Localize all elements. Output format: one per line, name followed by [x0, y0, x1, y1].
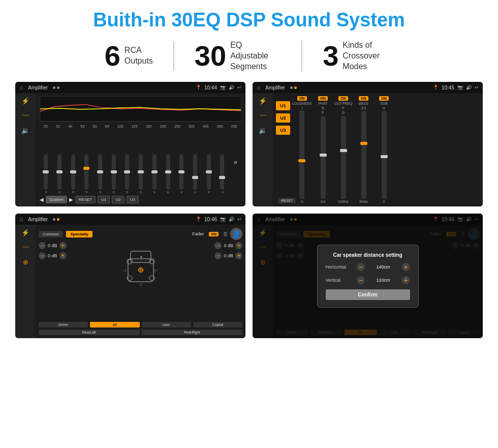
user-btn-3[interactable]: User [142, 322, 191, 327]
pin-icon-1: 📍 [196, 85, 201, 90]
fader-screen: ⌂ Amplifier 📍 10:46 📷 🔊 ↩ ⚡ 〰 ⊕ [15, 214, 245, 338]
home-icon-3[interactable]: ⌂ [19, 216, 23, 223]
loudness-slider[interactable] [299, 110, 304, 199]
sub-on[interactable]: ON [379, 96, 389, 101]
horizontal-plus[interactable]: + [402, 263, 410, 271]
next-arrow[interactable]: ▶ [69, 197, 73, 202]
db-minus-4[interactable]: − [214, 252, 222, 259]
speaker-icon-1[interactable]: 🔉 [21, 127, 29, 134]
u2-button[interactable]: U2 [276, 113, 290, 123]
eq-sliders-row: 0 0 0 5 [40, 130, 241, 194]
pin-icon-2: 📍 [433, 85, 439, 90]
svg-text:▽: ▽ [139, 283, 143, 287]
loudness-label: LOUDNESS [292, 102, 312, 105]
loudness-scale: 0 [301, 200, 303, 203]
u3-btn[interactable]: U3 [127, 196, 139, 203]
speaker-icon-2[interactable]: 🔉 [259, 127, 267, 134]
all-btn-3[interactable]: All [90, 322, 139, 327]
db-minus-2[interactable]: − [39, 252, 46, 259]
slider-col-3: 0 [71, 154, 75, 194]
channel-phat: ON PHAT GF 3.0 [314, 96, 332, 203]
tab-common-3[interactable]: Common [39, 231, 63, 237]
channel-bass: ON BASS 3.0 90Hz [355, 96, 373, 203]
vertical-plus[interactable]: + [402, 276, 410, 284]
vertical-minus[interactable]: − [357, 276, 365, 284]
screen-body-3: ⚡ 〰 ⊕ Common Specialty Fader ON ||| 👤 [15, 225, 245, 338]
wave-icon-2[interactable]: 〰 [260, 112, 266, 120]
driver-btn-3[interactable]: Driver [39, 322, 88, 327]
eq-icon-2[interactable]: ⚡ [259, 97, 267, 105]
more-icon[interactable]: » [234, 159, 237, 166]
screen-title-2: Amplifier [265, 85, 285, 91]
sub-slider[interactable] [382, 111, 387, 199]
horizontal-minus[interactable]: − [357, 263, 365, 271]
left-sidebar-2: ⚡ 〰 🔉 [253, 93, 273, 206]
fader-right-3: − 0 dB + − 0 dB + [168, 242, 243, 320]
reset-button-amp[interactable]: RESET [278, 198, 296, 203]
eq-screen: ⌂ Amplifier 📍 10:44 📷 🔊 ↩ ⚡ 〰 🔉 [15, 82, 245, 206]
slider-col-8: 0 [139, 154, 143, 194]
dialog-box: Car speaker distance setting Horizontal … [317, 245, 419, 308]
back-icon-2[interactable]: ↩ [475, 85, 479, 90]
dialog-row-horizontal: Horizontal − 140cm + [326, 263, 410, 271]
home-icon-1[interactable]: ⌂ [19, 84, 23, 91]
phat-label: PHAT [318, 102, 327, 105]
u-buttons: U1 U2 U3 [276, 96, 290, 203]
home-icon-2[interactable]: ⌂ [257, 84, 260, 91]
db-minus-1[interactable]: − [39, 242, 46, 249]
db-plus-4[interactable]: + [235, 252, 242, 259]
svg-text:◁: ◁ [123, 268, 127, 273]
amp-screen: ⌂ Amplifier 📍 10:45 📷 🔊 ↩ ⚡ 〰 🔉 [253, 82, 483, 206]
u1-button[interactable]: U1 [276, 101, 290, 110]
cutfreq-slider[interactable] [341, 116, 346, 199]
sub-label: SUB [380, 102, 387, 105]
car-diagram-3: ▲ ▽ ◁ ▷ [118, 242, 164, 293]
profile-icon-3[interactable]: 👤 [230, 228, 242, 240]
custom-btn[interactable]: Custom [46, 196, 67, 203]
expand-icon-3[interactable]: ⊕ [23, 258, 28, 266]
db-plus-2[interactable]: + [59, 252, 67, 259]
svg-text:▷: ▷ [154, 268, 158, 273]
eq-icon-3[interactable]: ⚡ [21, 229, 29, 236]
eq-icon-1[interactable]: ⚡ [21, 97, 29, 105]
rearright-btn-3[interactable]: RearRight [142, 330, 243, 335]
tab-specialty-3[interactable]: Specialty [66, 231, 92, 237]
confirm-button[interactable]: Confirm [326, 289, 410, 300]
phat-slider[interactable] [321, 116, 326, 199]
fader-on-3[interactable]: ON [209, 232, 219, 236]
db-plus-3[interactable]: + [235, 242, 242, 249]
fader-bars: ||| [224, 231, 227, 236]
db-plus-1[interactable]: + [59, 242, 67, 249]
prev-arrow[interactable]: ◀ [40, 197, 44, 202]
vertical-value: 110cm [367, 278, 400, 283]
bass-slider[interactable] [361, 111, 366, 199]
rearleft-btn-3[interactable]: RearLeft [39, 330, 140, 335]
back-icon-1[interactable]: ↩ [237, 85, 241, 90]
stat-crossover-number: 3 [323, 42, 338, 70]
cutfreq-on[interactable]: ON [338, 96, 348, 101]
loudness-on[interactable]: ON [297, 96, 307, 101]
u1-btn[interactable]: U1 [98, 196, 110, 203]
phat-on[interactable]: ON [318, 96, 328, 101]
eq-freq-labels: 25 32 40 50 63 80 100 125 160 200 250 32… [40, 125, 241, 128]
stat-eq-number: 30 [195, 42, 226, 70]
db-row-3: − 0 dB + [214, 242, 242, 249]
u3-button[interactable]: U3 [276, 126, 290, 135]
stat-eq-label: EQ Adjustable Segments [230, 40, 281, 72]
wave-icon-1[interactable]: 〰 [22, 112, 29, 120]
left-sidebar-3: ⚡ 〰 ⊕ [15, 225, 36, 338]
db-minus-3[interactable]: − [214, 242, 222, 249]
bass-label: BASS [359, 102, 368, 105]
stat-crossover: 3 Kinds of Crossover Modes [302, 40, 414, 72]
back-icon-3[interactable]: ↩ [237, 217, 241, 222]
eq-bottom-row: ◀ Custom ▶ RESET U1 U2 U3 [40, 196, 241, 203]
reset-btn[interactable]: RESET [75, 196, 96, 203]
slider-col-12: -1 [193, 154, 197, 194]
copilot-btn-3[interactable]: Copilot [193, 322, 242, 327]
u2-btn[interactable]: U2 [112, 196, 124, 203]
screen-title-3: Amplifier [28, 217, 48, 222]
wave-icon-3[interactable]: 〰 [22, 244, 29, 251]
cutfreq-value: 100Hz [338, 200, 348, 203]
db-row-2: − 0 dB + [39, 252, 114, 259]
bass-on[interactable]: ON [359, 96, 368, 101]
